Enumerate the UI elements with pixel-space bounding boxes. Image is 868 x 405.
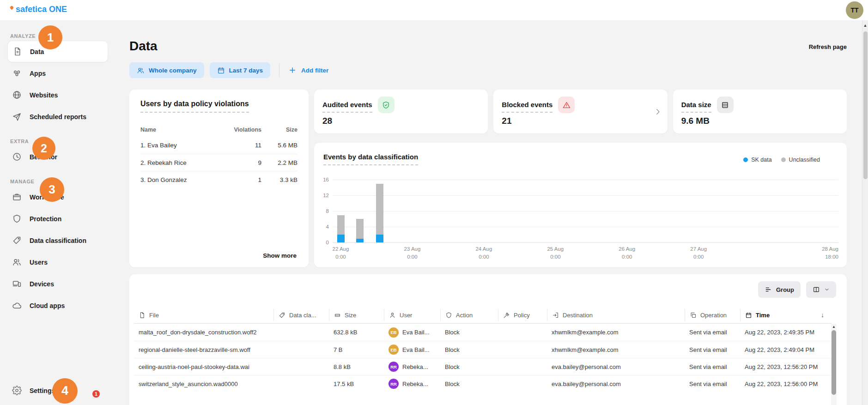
y-axis-tick-label: 16 <box>323 177 329 182</box>
user-name: 2. Rebekah Rice <box>140 159 222 166</box>
x-axis-tick-label: 25 Aug0:00 <box>547 245 564 260</box>
x-axis-tick-label: 28 Aug18:00 <box>822 245 838 260</box>
devices-icon <box>12 279 22 289</box>
scroll-up-icon[interactable]: ▲ <box>831 325 837 329</box>
database-icon <box>721 101 729 109</box>
sidebar-item-protection[interactable]: Protection <box>0 208 108 230</box>
operation-cell: Sent via email <box>685 346 740 353</box>
kpi-title: Audited events <box>322 101 372 113</box>
user-avatar: EB <box>388 327 399 338</box>
violations-table-header: Name Violations Size <box>140 123 297 137</box>
time-cell: Aug 22, 2023, 12:56:20 PM <box>740 363 832 370</box>
add-filter-label: Add filter <box>301 67 328 74</box>
send-icon <box>12 112 22 121</box>
file-cell: ceiling-austria-noel-paul-stookey-data.w… <box>134 363 273 370</box>
sort-descending-icon[interactable]: ↓ <box>821 311 824 319</box>
users-icon <box>137 66 145 74</box>
table-scrollbar-thumb[interactable] <box>832 330 836 395</box>
filter-chip-last-7-days[interactable]: Last 7 days <box>210 62 271 78</box>
table-row[interactable]: ceiling-austria-noel-paul-stookey-data.w… <box>134 358 832 375</box>
columns-button[interactable] <box>806 281 836 298</box>
sidebar-item-apps[interactable]: Apps <box>0 62 108 84</box>
x-axis-tick-label: 27 Aug0:00 <box>690 245 707 260</box>
size-cell: 7 B <box>329 346 384 353</box>
sidebar-item-devices[interactable]: Devices <box>0 273 108 295</box>
sidebar-item-data-classification[interactable]: Data classification <box>0 230 108 251</box>
column-header-file[interactable]: File <box>134 309 273 321</box>
table-row[interactable]: switzerland_style_asuncion.wad000017.5 k… <box>134 375 832 392</box>
add-filter-button[interactable]: Add filter <box>288 66 328 74</box>
operation-cell: Sent via email <box>685 363 740 370</box>
legend-dot <box>781 157 786 162</box>
sidebar-item-scheduled-reports[interactable]: Scheduled reports <box>0 106 108 127</box>
refresh-page-button[interactable]: Refresh page <box>809 43 847 50</box>
table-row[interactable]: regional-danielle-steel-brazzaville-sm.w… <box>134 341 832 358</box>
column-header-name: Name <box>140 127 222 133</box>
scroll-up-icon[interactable]: ▲ <box>862 23 868 28</box>
table-row[interactable]: malta_roof_don-drysdale_construction.wof… <box>134 324 832 341</box>
size-cell: 632.8 kB <box>329 329 384 336</box>
sidebar-section-label-analyze: ANALYZE <box>10 33 116 39</box>
destination-cell: xhwmlkm@example.com <box>547 346 685 353</box>
table-scrollbar[interactable]: ▲ ▼ <box>831 324 837 405</box>
violations-row[interactable]: 3. Don Gonzalez13.3 kB <box>140 171 297 188</box>
sidebar-item-websites[interactable]: Websites <box>0 84 108 106</box>
column-header-time[interactable]: Time↓ <box>740 309 832 321</box>
column-header-policy[interactable]: Policy <box>498 309 547 321</box>
column-header-data-cla[interactable]: Data cla... <box>273 309 329 321</box>
action-cell: Block <box>440 381 498 387</box>
calendar-icon <box>745 312 752 319</box>
blocked-events-value: 21 <box>502 116 659 126</box>
sidebar-item-label: Websites <box>30 91 58 99</box>
bar-segment-unclassified <box>356 219 364 239</box>
violations-count: 11 <box>222 142 261 149</box>
page-scrollbar[interactable]: ▲ <box>862 20 868 405</box>
clock-icon <box>12 152 22 162</box>
chart-legend: SK dataUnclassified <box>743 157 820 163</box>
page-scrollbar-thumb[interactable] <box>863 31 868 179</box>
user-avatar[interactable]: TT <box>846 1 863 19</box>
column-header-size[interactable]: Size <box>329 309 384 321</box>
filter-divider <box>279 63 279 77</box>
column-header-destination[interactable]: Destination <box>547 309 685 321</box>
violations-row[interactable]: 2. Rebekah Rice92.2 MB <box>140 154 297 171</box>
chevron-right-icon[interactable] <box>654 108 662 116</box>
legend-item-sk-data: SK data <box>743 157 771 163</box>
action-cell: Block <box>440 363 498 370</box>
y-axis-tick-label: 0 <box>326 240 329 245</box>
action-cell: Block <box>440 346 498 353</box>
show-more-button[interactable]: Show more <box>263 252 297 259</box>
user-name: Rebeka... <box>402 381 428 387</box>
events-table-card: Group FileData cla...SizeUserActionPolic… <box>129 274 847 405</box>
bar-segment-unclassified <box>376 184 383 235</box>
policy-icon <box>503 312 510 319</box>
user-name: 3. Don Gonzalez <box>140 176 222 183</box>
sidebar-item-cloud-apps[interactable]: Cloud apps <box>0 295 108 316</box>
sidebar-section-label-extra: EXTRA <box>10 139 116 144</box>
x-axis-tick-label: 22 Aug0:00 <box>333 245 349 260</box>
bar-segment-unclassified <box>337 215 345 235</box>
group-button[interactable]: Group <box>758 281 801 298</box>
kpi-title: Blocked events <box>502 101 552 113</box>
destination-icon <box>552 312 559 319</box>
sidebar-item-label: Settings <box>30 387 55 394</box>
operation-cell: Sent via email <box>685 329 740 336</box>
settings-notification-badge: 1 <box>92 390 100 398</box>
group-icon <box>765 286 772 293</box>
safetica-logo[interactable]: safetica ONE <box>10 5 67 14</box>
sidebar-item-users[interactable]: Users <box>0 251 108 273</box>
chart-bar <box>356 219 364 242</box>
warning-icon <box>562 101 571 109</box>
column-header-action[interactable]: Action <box>440 309 498 321</box>
time-cell: Aug 22, 2023, 2:49:35 PM <box>740 329 832 336</box>
shield-icon <box>12 214 22 224</box>
violations-row[interactable]: 1. Eva Bailey115.6 MB <box>140 137 297 154</box>
user-avatar: EB <box>388 345 399 355</box>
filter-chip-whole-company[interactable]: Whole company <box>129 62 204 78</box>
column-header-label: Data cla... <box>289 312 316 319</box>
column-header-user[interactable]: User <box>384 309 440 321</box>
column-header-label: Destination <box>563 312 593 319</box>
column-header-operation[interactable]: Operation <box>685 309 740 321</box>
chart-x-axis: 22 Aug0:0023 Aug0:0024 Aug0:0025 Aug0:00… <box>333 245 838 262</box>
violations-count: 9 <box>222 159 261 166</box>
